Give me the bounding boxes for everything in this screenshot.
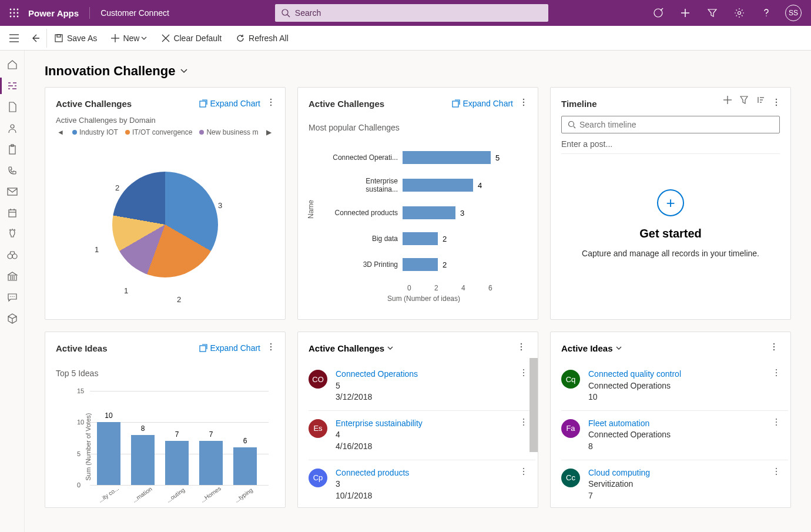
svg-point-6 <box>10 16 12 18</box>
list-item[interactable]: Es Enterprise sustainability44/16/2018 <box>309 410 535 460</box>
list-item[interactable]: Fa Fleet automationConnected Operations8 <box>561 410 788 460</box>
rail-bank-icon[interactable] <box>0 266 25 287</box>
rail-home-icon[interactable] <box>0 54 25 75</box>
svg-point-67 <box>270 349 272 350</box>
list-item[interactable]: CO Connected Operations53/12/2018 <box>309 362 535 410</box>
more-icon[interactable] <box>773 96 780 111</box>
list-item[interactable]: Cp Connected products310/1/2018 <box>309 460 535 508</box>
save-as-button[interactable]: Save As <box>47 26 104 50</box>
refresh-all-button[interactable]: Refresh All <box>229 26 296 50</box>
timeline-search-input[interactable] <box>579 120 773 129</box>
page-title[interactable]: Innovation Challenge <box>25 51 811 87</box>
list-item[interactable]: Cq Connected quality controlConnected Op… <box>561 362 788 410</box>
more-icon[interactable] <box>775 467 778 478</box>
svg-rect-36 <box>9 210 16 217</box>
global-search-input[interactable] <box>295 8 542 18</box>
expand-chart-button[interactable]: Expand Chart <box>452 99 513 108</box>
more-icon[interactable] <box>522 418 525 429</box>
more-icon[interactable] <box>520 96 527 111</box>
vbar-bar[interactable]: 8 <box>131 435 155 485</box>
timeline-sort-icon[interactable] <box>756 96 765 111</box>
legend-next-icon[interactable]: ▶ <box>265 128 273 136</box>
legend-prev-icon[interactable]: ◄ <box>56 128 65 136</box>
expand-icon <box>452 99 460 108</box>
expand-chart-button[interactable]: Expand Chart <box>199 343 260 353</box>
more-icon[interactable] <box>775 369 778 379</box>
hbar-row: Enterprise sustaina...4 <box>332 177 515 193</box>
list-item[interactable]: Cc Cloud computingServitization7 <box>561 460 788 508</box>
list-title[interactable]: Active Ideas <box>561 343 622 353</box>
pie-chart[interactable]: 3 2 1 1 2 <box>71 142 259 307</box>
svg-point-87 <box>776 372 777 373</box>
timeline-add-icon[interactable] <box>723 96 732 111</box>
vbar-chart[interactable]: Sum (Number of Votes) 15 10 5 0 108776 .… <box>56 382 274 505</box>
rail-dashboard-icon[interactable] <box>0 75 25 96</box>
hbar-category: Connected products <box>332 209 403 217</box>
more-icon[interactable] <box>522 369 525 379</box>
search-icon <box>568 121 576 129</box>
hbar-bar[interactable] <box>403 206 455 219</box>
svg-point-72 <box>523 372 524 373</box>
new-button[interactable]: New <box>104 26 155 50</box>
vbar-bar[interactable]: 7 <box>165 441 189 485</box>
hbar-bar[interactable] <box>403 179 473 192</box>
svg-point-4 <box>14 12 15 14</box>
user-avatar[interactable]: SS <box>780 0 806 26</box>
hbar-bar[interactable] <box>403 258 438 271</box>
list-item-count: 4 <box>336 429 514 441</box>
timeline-post-input[interactable]: Enter a post... <box>561 139 780 154</box>
rail-chat-icon[interactable] <box>0 287 25 308</box>
svg-point-0 <box>10 9 12 11</box>
list-item-count: 5 <box>336 380 514 392</box>
plus-icon <box>111 34 119 42</box>
filter-icon[interactable] <box>699 0 725 26</box>
timeline-search[interactable] <box>561 116 780 133</box>
more-icon[interactable] <box>522 467 525 478</box>
svg-point-59 <box>776 99 777 100</box>
more-icon[interactable] <box>770 340 778 356</box>
rail-phone-icon[interactable] <box>0 160 25 181</box>
more-icon[interactable] <box>775 418 778 429</box>
add-icon[interactable] <box>672 0 698 26</box>
list-item-count: 3 <box>336 479 514 490</box>
scrollbar[interactable] <box>530 358 538 452</box>
rail-contact-icon[interactable] <box>0 118 25 139</box>
svg-point-5 <box>17 12 19 14</box>
expand-chart-button[interactable]: Expand Chart <box>199 99 260 108</box>
clear-default-button[interactable]: Clear Default <box>155 26 229 50</box>
back-button[interactable] <box>28 29 47 48</box>
rail-package-icon[interactable] <box>0 308 25 329</box>
app-name[interactable]: Customer Connect <box>89 7 169 19</box>
settings-icon[interactable] <box>726 0 752 26</box>
global-search[interactable] <box>275 4 548 22</box>
more-icon[interactable] <box>518 340 525 356</box>
rail-clipboard-icon[interactable] <box>0 139 25 160</box>
list-title[interactable]: Active Challenges <box>309 343 394 353</box>
app-launcher-icon[interactable] <box>5 4 24 22</box>
list-item-title: Connected Operations <box>336 369 514 380</box>
hbar-value: 3 <box>460 209 464 218</box>
hbar-bar[interactable] <box>403 232 438 245</box>
chevron-down-icon <box>387 344 394 352</box>
vbar-bar[interactable]: 6 <box>233 447 257 485</box>
more-icon[interactable] <box>267 340 274 356</box>
more-icon[interactable] <box>267 96 274 111</box>
help-icon[interactable] <box>753 0 779 26</box>
hbar-chart[interactable]: Name Connected Operati...5Enterprise sus… <box>309 144 527 309</box>
svg-point-73 <box>523 375 524 376</box>
chart-subtitle: Active Challenges by Domain <box>56 116 274 125</box>
rail-binoculars-icon[interactable] <box>0 245 25 266</box>
rail-mail-icon[interactable] <box>0 181 25 202</box>
hbar-bar[interactable] <box>403 151 491 164</box>
target-icon[interactable] <box>645 0 671 26</box>
rail-calendar-icon[interactable] <box>0 202 25 223</box>
timeline-getstarted-icon[interactable]: + <box>657 189 684 216</box>
svg-rect-64 <box>200 346 206 352</box>
nav-toggle-icon[interactable] <box>5 29 24 48</box>
rail-idea-icon[interactable] <box>0 223 25 245</box>
vbar-bar[interactable]: 10 <box>97 422 120 485</box>
rail-document-icon[interactable] <box>0 96 25 118</box>
vbar-bar[interactable]: 7 <box>199 441 223 485</box>
timeline-filter-icon[interactable] <box>740 96 748 111</box>
svg-point-52 <box>523 105 524 106</box>
